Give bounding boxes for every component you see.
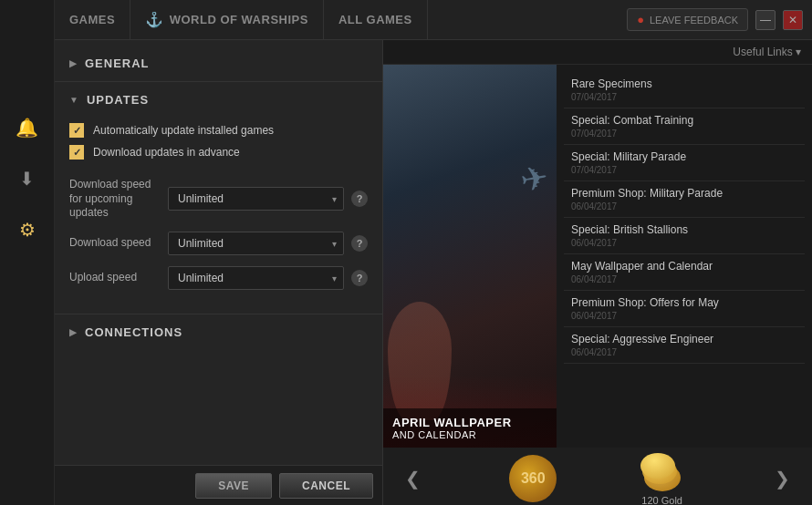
useful-links-button[interactable]: Useful Links ▾: [733, 46, 801, 58]
news-item[interactable]: Premium Shop: Offers for May 06/04/2017: [564, 291, 805, 327]
sidebar: 🔔 ⬇ ⚙: [0, 0, 55, 505]
gold-coins-icon: [639, 451, 686, 491]
auto-update-checkbox[interactable]: ✓: [69, 123, 84, 138]
news-item[interactable]: Special: British Stallions 06/04/2017: [564, 218, 805, 254]
tab-all-games[interactable]: ALL GAMES: [324, 0, 428, 39]
updates-collapse-arrow: ▼: [69, 95, 79, 105]
download-speed-upcoming-select[interactable]: Unlimited 100 KB/s 200 KB/s 500 KB/s 1 M…: [168, 187, 344, 211]
download-speed-select-wrapper: Unlimited 100 KB/s 200 KB/s ▾: [168, 232, 344, 255]
upload-speed-select[interactable]: Unlimited 100 KB/s 200 KB/s: [168, 266, 344, 290]
news-item[interactable]: May Wallpaper and Calendar 06/04/2017: [564, 254, 805, 291]
carousel-next-button[interactable]: ❯: [767, 464, 797, 493]
upload-speed-label: Upload speed: [69, 271, 161, 285]
sidebar-settings-icon[interactable]: ⚙: [11, 213, 44, 246]
wows-badge-icon: 360: [509, 455, 557, 502]
news-list: Rare Specimens 07/04/2017 Special: Comba…: [557, 65, 812, 448]
download-speed-select[interactable]: Unlimited 100 KB/s 200 KB/s: [168, 232, 344, 255]
help-icon-upcoming[interactable]: ?: [351, 191, 368, 207]
carousel-item-badge[interactable]: 360: [509, 455, 557, 502]
cancel-button[interactable]: CANCEL: [279, 473, 373, 499]
settings-panel: ▶ GENERAL ▼ UPDATES ✓ Automatically upda…: [55, 40, 383, 505]
general-collapse-arrow: ▶: [69, 58, 78, 68]
news-item[interactable]: Special: Military Parade 07/04/2017: [564, 145, 805, 181]
useful-links-bar: Useful Links ▾: [383, 40, 812, 65]
connections-section-header[interactable]: ▶ CONNECTIONS: [55, 318, 382, 346]
download-speed-upcoming-select-wrapper: Unlimited 100 KB/s 200 KB/s 500 KB/s 1 M…: [168, 187, 344, 211]
topbar: GAMES ⚓ WORLD OF WARSHIPS ALL GAMES ● LE…: [55, 0, 812, 40]
wallpaper-section: ✈ APRIL WALLPAPER AND CALENDAR: [383, 65, 557, 448]
topbar-right: ● LEAVE FEEDBACK — ✕: [627, 8, 812, 31]
carousel-item-gold[interactable]: 120 Gold: [639, 451, 686, 505]
carousel-section: ❮ 360 120 Gold ❯: [383, 448, 812, 505]
download-advance-row: ✓ Download updates in advance: [69, 145, 368, 160]
updates-section-header[interactable]: ▼ UPDATES: [55, 86, 382, 114]
connections-collapse-arrow: ▶: [69, 327, 78, 337]
news-item[interactable]: Special: Combat Training 07/04/2017: [564, 108, 805, 145]
general-section-header[interactable]: ▶ GENERAL: [55, 49, 382, 77]
download-speed-row: Download speed Unlimited 100 KB/s 200 KB…: [69, 232, 368, 255]
nav-tabs: GAMES ⚓ WORLD OF WARSHIPS ALL GAMES: [55, 0, 428, 39]
close-button[interactable]: ✕: [783, 10, 803, 30]
help-icon-download[interactable]: ?: [351, 235, 368, 252]
settings-bottom-bar: SAVE CANCEL: [55, 465, 383, 505]
carousel-prev-button[interactable]: ❮: [398, 464, 428, 493]
save-button[interactable]: SAVE: [195, 473, 272, 499]
download-speed-upcoming-label: Download speed for upcoming updates: [69, 178, 161, 221]
news-item[interactable]: Rare Specimens 07/04/2017: [564, 72, 805, 108]
help-icon-upload[interactable]: ?: [351, 270, 368, 286]
upload-speed-select-wrapper: Unlimited 100 KB/s 200 KB/s ▾: [168, 266, 344, 290]
airplane-decoration: ✈: [517, 159, 551, 201]
tab-games[interactable]: GAMES: [55, 0, 130, 39]
updates-section-body: ✓ Automatically update installed games ✓…: [55, 114, 382, 310]
news-item[interactable]: Special: Aggressive Engineer 06/04/2017: [564, 327, 805, 364]
upload-speed-row: Upload speed Unlimited 100 KB/s 200 KB/s…: [69, 266, 368, 290]
warships-icon: ⚓: [145, 11, 164, 28]
sidebar-notifications-icon[interactable]: 🔔: [11, 111, 44, 144]
wallpaper-caption: APRIL WALLPAPER AND CALENDAR: [383, 408, 557, 448]
minimize-button[interactable]: —: [755, 10, 776, 30]
news-item[interactable]: Premium Shop: Military Parade 06/04/2017: [564, 181, 805, 218]
sidebar-download-icon[interactable]: ⬇: [11, 162, 44, 195]
download-advance-checkbox[interactable]: ✓: [69, 145, 84, 160]
download-speed-upcoming-row: Download speed for upcoming updates Unli…: [69, 178, 368, 221]
main-content: Useful Links ▾ ✈ APRIL WALLPAPER AND CAL…: [383, 40, 812, 505]
tab-world-of-warships[interactable]: ⚓ WORLD OF WARSHIPS: [130, 0, 324, 39]
auto-update-row: ✓ Automatically update installed games: [69, 123, 368, 138]
content-area: ✈ APRIL WALLPAPER AND CALENDAR Rare Spec…: [383, 65, 812, 448]
leave-feedback-button[interactable]: ● LEAVE FEEDBACK: [627, 8, 748, 31]
download-speed-label: Download speed: [69, 236, 161, 251]
